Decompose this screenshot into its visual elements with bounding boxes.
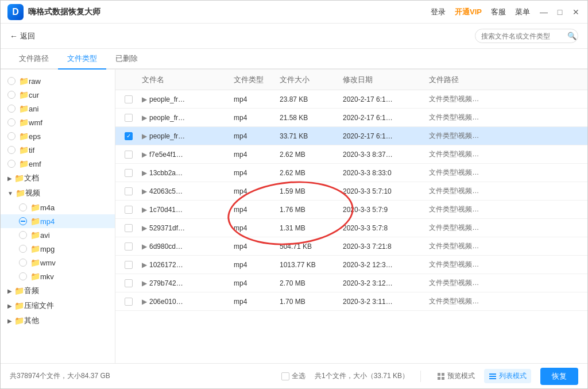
table-row[interactable]: ▶ 6d980cd… mp4 504.71 KB 2020-3-3 7:21:8… bbox=[115, 237, 587, 256]
td-filename: ▶ 279b742… bbox=[142, 279, 234, 287]
table-row[interactable]: ▶ 279b742… mp4 2.70 MB 2020-3-2 3:12… 文件… bbox=[115, 274, 587, 292]
sidebar-item-cur[interactable]: 📁 cur bbox=[1, 88, 115, 102]
expand-arrow-doc: ▶ bbox=[7, 175, 12, 182]
tab-file-path[interactable]: 文件路径 bbox=[10, 48, 58, 69]
sidebar-item-m4a[interactable]: 📁 m4a bbox=[1, 201, 115, 214]
table-row[interactable]: ▶ 206e010… mp4 1.70 MB 2020-3-2 3:11… 文件… bbox=[115, 292, 587, 311]
td-filesize: 504.71 KB bbox=[280, 242, 343, 251]
tab-file-type[interactable]: 文件类型 bbox=[58, 49, 106, 70]
sidebar-item-video[interactable]: ▼ 📁 视频 bbox=[1, 186, 115, 201]
row-checkbox[interactable] bbox=[125, 151, 133, 159]
td-filename: ▶ 1c70d41… bbox=[142, 206, 234, 214]
sidebar-item-mkv[interactable]: 📁 mkv bbox=[1, 269, 115, 283]
td-filesize: 1.76 MB bbox=[280, 206, 343, 214]
file-icon: ▶ bbox=[142, 169, 147, 177]
bottom-bar: 共378974个文件，大小84.37 GB 全选 共1个文件，大小（33.71 … bbox=[1, 363, 587, 388]
expand-arrow-audio: ▶ bbox=[7, 288, 12, 294]
row-checkbox[interactable] bbox=[125, 261, 133, 269]
preview-mode-button[interactable]: 预览模式 bbox=[432, 369, 479, 383]
td-filetype: mp4 bbox=[234, 206, 280, 214]
table-body: ▶ people_fr… mp4 23.87 KB 2020-2-17 6:1…… bbox=[115, 90, 587, 363]
sidebar-item-compress[interactable]: ▶ 📁 压缩文件 bbox=[1, 298, 115, 313]
td-check bbox=[125, 114, 142, 122]
expand-arrow-video: ▼ bbox=[7, 190, 13, 197]
back-button[interactable]: ← 返回 bbox=[10, 31, 35, 41]
sidebar-item-eps[interactable]: 📁 eps bbox=[1, 129, 115, 143]
row-checkbox[interactable] bbox=[125, 114, 133, 122]
table-row[interactable]: ✓ ▶ people_fr… mp4 33.71 KB 2020-2-17 6:… bbox=[115, 127, 587, 145]
radio-wmf bbox=[7, 118, 16, 126]
row-checkbox[interactable] bbox=[125, 169, 133, 177]
td-filepath: 文件类型\视频… bbox=[429, 241, 578, 251]
radio-mkv bbox=[19, 272, 27, 280]
service-button[interactable]: 客服 bbox=[491, 7, 506, 17]
folder-icon-mpg: 📁 bbox=[30, 244, 40, 253]
sidebar-item-wmv[interactable]: 📁 wmv bbox=[1, 256, 115, 269]
svg-rect-1 bbox=[442, 373, 444, 376]
sidebar-item-tif[interactable]: 📁 tif bbox=[1, 143, 115, 157]
table-row[interactable]: ▶ 529371df… mp4 1.31 MB 2020-3-3 5:7:8 文… bbox=[115, 219, 587, 237]
table-row[interactable]: ▶ 13cbb2a… mp4 2.62 MB 2020-3-3 8:33:0 文… bbox=[115, 164, 587, 182]
restore-button[interactable]: 恢复 bbox=[540, 368, 578, 385]
sidebar-item-doc[interactable]: ▶ 📁 文档 bbox=[1, 171, 115, 186]
menu-button[interactable]: 菜单 bbox=[515, 7, 530, 17]
table-row[interactable]: ▶ f7e5e4f1… mp4 2.62 MB 2020-3-3 8:37… 文… bbox=[115, 145, 587, 164]
close-button[interactable]: ✕ bbox=[571, 7, 581, 17]
td-check bbox=[125, 169, 142, 177]
back-icon: ← bbox=[10, 32, 18, 41]
radio-emf bbox=[7, 160, 16, 168]
svg-rect-5 bbox=[489, 376, 496, 377]
td-filename: ▶ f7e5e4f1… bbox=[142, 151, 234, 159]
sidebar-item-audio[interactable]: ▶ 📁 音频 bbox=[1, 283, 115, 298]
sidebar-item-other[interactable]: ▶ 📁 其他 bbox=[1, 313, 115, 328]
maximize-button[interactable]: □ bbox=[555, 7, 564, 17]
td-filepath: 文件类型\视频… bbox=[429, 149, 578, 159]
sidebar-item-avi[interactable]: 📁 avi bbox=[1, 228, 115, 242]
table-row[interactable]: ▶ people_fr… mp4 21.58 KB 2020-2-17 6:1…… bbox=[115, 109, 587, 127]
row-checkbox[interactable] bbox=[125, 95, 133, 103]
row-checkbox[interactable] bbox=[125, 298, 133, 306]
select-all-check bbox=[281, 372, 289, 380]
table-row[interactable]: ▶ 1026172… mp4 1013.77 KB 2020-3-2 12:3…… bbox=[115, 256, 587, 274]
sidebar-item-ani[interactable]: 📁 ani bbox=[1, 102, 115, 115]
row-checkbox[interactable] bbox=[125, 279, 133, 287]
row-checkbox[interactable] bbox=[125, 187, 133, 195]
row-checkbox[interactable] bbox=[125, 224, 133, 232]
filename-text: people_fr… bbox=[149, 114, 185, 122]
login-button[interactable]: 登录 bbox=[431, 7, 446, 17]
select-all-checkbox[interactable]: 全选 bbox=[281, 371, 305, 381]
sidebar-item-mpg[interactable]: 📁 mpg bbox=[1, 242, 115, 256]
selected-count-label: 共1个文件，大小（33.71 KB） bbox=[315, 371, 409, 381]
td-filename: ▶ people_fr… bbox=[142, 95, 234, 103]
minimize-button[interactable]: — bbox=[539, 7, 548, 17]
list-mode-button[interactable]: 列表模式 bbox=[484, 369, 531, 383]
td-filetype: mp4 bbox=[234, 151, 280, 159]
td-filename: ▶ 6d980cd… bbox=[142, 242, 234, 251]
sidebar-item-emf[interactable]: 📁 emf bbox=[1, 157, 115, 171]
search-box: 🔍 bbox=[475, 29, 578, 43]
td-filesize: 1.59 MB bbox=[280, 187, 343, 195]
row-checkbox[interactable] bbox=[125, 242, 133, 251]
td-check bbox=[125, 151, 142, 159]
minus-line-mp4 bbox=[21, 221, 25, 222]
td-filedate: 2020-3-3 5:7:10 bbox=[343, 187, 429, 195]
sidebar-item-mp4[interactable]: 📁 mp4 bbox=[1, 214, 115, 228]
table-row[interactable]: ▶ people_fr… mp4 23.87 KB 2020-2-17 6:1…… bbox=[115, 90, 587, 109]
file-icon: ▶ bbox=[142, 95, 147, 103]
sidebar-item-raw[interactable]: 📁 raw bbox=[1, 74, 115, 88]
sidebar-label-mpg: mpg bbox=[40, 245, 55, 253]
vip-button[interactable]: 开通VIP bbox=[455, 7, 482, 17]
td-filesize: 2.62 MB bbox=[280, 151, 343, 159]
td-filename: ▶ 529371df… bbox=[142, 224, 234, 232]
table-row[interactable]: ▶ 42063c5… mp4 1.59 MB 2020-3-3 5:7:10 文… bbox=[115, 182, 587, 201]
th-size: 文件大小 bbox=[280, 75, 343, 85]
table-row[interactable]: ▶ 1c70d41… mp4 1.76 MB 2020-3-3 5:7:9 文件… bbox=[115, 201, 587, 219]
sidebar-item-wmf[interactable]: 📁 wmf bbox=[1, 115, 115, 129]
row-checkbox[interactable]: ✓ bbox=[125, 132, 133, 140]
td-check bbox=[125, 261, 142, 269]
row-checkbox[interactable] bbox=[125, 206, 133, 214]
search-input[interactable] bbox=[481, 32, 567, 40]
back-label: 返回 bbox=[20, 31, 35, 41]
sidebar-label-raw: raw bbox=[29, 77, 41, 86]
tab-deleted[interactable]: 已删除 bbox=[106, 48, 147, 69]
